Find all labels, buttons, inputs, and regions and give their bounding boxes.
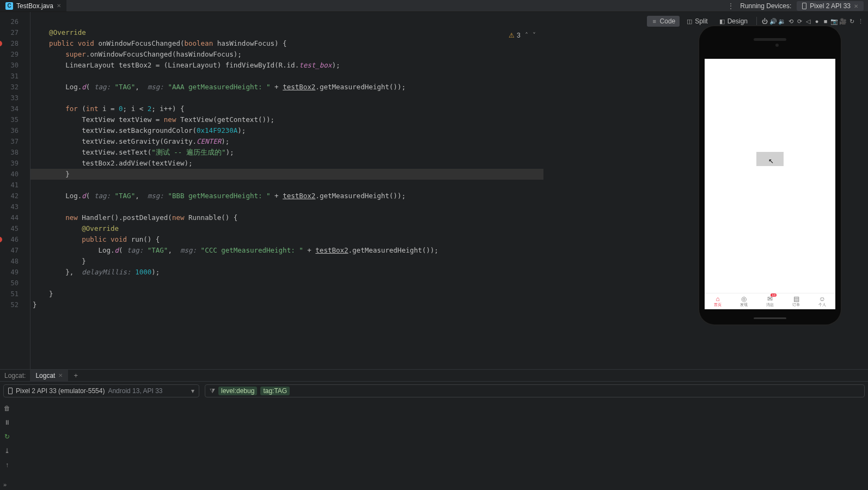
- logcat-output[interactable]: [14, 400, 868, 490]
- refresh-icon[interactable]: ↻: [848, 18, 855, 24]
- overview-icon[interactable]: ■: [822, 18, 829, 24]
- filter-chip-level[interactable]: level:debug: [218, 387, 257, 395]
- home-icon[interactable]: ●: [814, 18, 820, 24]
- close-logcat-tab-icon[interactable]: ✕: [58, 372, 63, 378]
- nav-profile-label: 个人: [818, 302, 826, 308]
- restart-log-icon[interactable]: ↻: [2, 432, 12, 442]
- top-right-status: ⋮ Running Devices: Pixel 2 API 33 ✕: [727, 0, 864, 12]
- cursor-icon: ↖: [768, 157, 774, 165]
- logcat-device-select[interactable]: Pixel 2 API 33 (emulator-5554) Android 1…: [3, 384, 199, 397]
- volume-down-icon[interactable]: 🔉: [779, 18, 785, 24]
- layout-code-tab[interactable]: ≡ Code: [647, 16, 680, 27]
- logcat-filter-input[interactable]: ⧩ level:debug tag:TAG: [205, 384, 865, 397]
- pause-log-icon[interactable]: ⏸: [2, 418, 12, 427]
- code-icon: ≡: [651, 18, 658, 24]
- nav-discover[interactable]: ◎发现: [731, 293, 757, 309]
- device-chip-label: Pixel 2 API 33: [810, 2, 851, 10]
- phone-icon: [8, 388, 13, 394]
- emulator-view[interactable]: ↖ ⌂首页 ◎发现 10✉消息 ▤订单 ☺个人: [699, 26, 841, 324]
- file-tab-testbox[interactable]: C TestBox.java ✕: [0, 0, 66, 11]
- nav-msg[interactable]: 10✉消息: [757, 293, 783, 309]
- line-gutter: 2627282930313233343536373839404142434445…: [0, 12, 23, 369]
- close-tab-icon[interactable]: ✕: [57, 3, 61, 9]
- split-icon: ◫: [686, 18, 693, 24]
- phone-screen[interactable]: ↖ ⌂首页 ◎发现 10✉消息 ▤订单 ☺个人: [705, 59, 835, 309]
- code-area[interactable]: @Override public void onWindowFocusChang…: [30, 12, 543, 369]
- gesture-bar: [754, 317, 786, 319]
- nav-home[interactable]: ⌂首页: [705, 293, 731, 309]
- add-logcat-tab-icon[interactable]: +: [68, 371, 83, 379]
- profile-nav-icon: ☺: [819, 296, 826, 302]
- logcat-tab[interactable]: Logcat ✕: [30, 370, 68, 381]
- device-chip-close[interactable]: ✕: [854, 3, 858, 9]
- tool-window-expand-icon[interactable]: »: [3, 481, 7, 488]
- logcat-device-sub: Android 13, API 33: [108, 387, 162, 395]
- nav-msg-label: 消息: [766, 302, 774, 308]
- logcat-tab-title: Logcat: [35, 372, 55, 379]
- code-editor[interactable]: 2627282930313233343536373839404142434445…: [0, 12, 543, 369]
- phone-frame: ↖ ⌂首页 ◎发现 10✉消息 ▤订单 ☺个人: [699, 26, 841, 324]
- rotate-right-icon[interactable]: ⟳: [796, 18, 803, 24]
- layout-design-tab[interactable]: ◧ Design: [714, 16, 752, 27]
- scroll-end-icon[interactable]: ⤓: [2, 446, 12, 456]
- device-chip[interactable]: Pixel 2 API 33 ✕: [797, 1, 864, 11]
- home-nav-icon: ⌂: [716, 296, 719, 302]
- nav-profile[interactable]: ☺个人: [809, 293, 835, 309]
- filter-chip-tag[interactable]: tag:TAG: [260, 387, 290, 395]
- power-icon[interactable]: ⏻: [761, 18, 768, 24]
- dropdown-icon: ▾: [191, 387, 194, 395]
- logcat-tab-bar: Logcat: Logcat ✕ +: [0, 370, 868, 382]
- more-icon[interactable]: ⋮: [727, 2, 735, 10]
- clear-log-icon[interactable]: 🗑: [2, 403, 12, 413]
- discover-nav-icon: ◎: [741, 296, 747, 302]
- app-bottom-nav: ⌂首页 ◎发现 10✉消息 ▤订单 ☺个人: [705, 293, 835, 309]
- logcat-filter-row: Pixel 2 API 33 (emulator-5554) Android 1…: [0, 382, 868, 400]
- running-devices-label: Running Devices:: [740, 2, 791, 10]
- logcat-side-toolbar: 🗑 ⏸ ↻ ⤓ ↑: [0, 400, 14, 490]
- volume-up-icon[interactable]: 🔊: [770, 18, 777, 24]
- msg-badge: 10: [771, 293, 777, 297]
- design-icon: ◧: [719, 18, 725, 24]
- phone-icon: [802, 3, 806, 9]
- speaker-icon: [754, 38, 786, 41]
- nav-order-label: 订单: [792, 302, 800, 308]
- filter-icon: ⧩: [210, 387, 215, 395]
- scroll-top-icon[interactable]: ↑: [2, 460, 12, 470]
- logcat-label: Logcat:: [0, 372, 30, 379]
- fold-strip: [23, 12, 30, 369]
- nav-order[interactable]: ▤订单: [783, 293, 809, 309]
- order-nav-icon: ▤: [793, 296, 799, 302]
- camera-icon: [775, 44, 779, 47]
- layout-code-label: Code: [660, 17, 676, 25]
- record-icon[interactable]: 🎥: [840, 18, 846, 24]
- file-tab-label: TestBox.java: [16, 2, 53, 10]
- layout-design-label: Design: [728, 17, 748, 25]
- kebab-icon[interactable]: ⋮: [857, 18, 864, 24]
- back-icon[interactable]: ◁: [805, 18, 811, 24]
- rotate-left-icon[interactable]: ⟲: [787, 18, 794, 24]
- screenshot-icon[interactable]: 📷: [831, 18, 838, 24]
- nav-home-label: 首页: [714, 302, 722, 308]
- layout-split-label: Split: [695, 17, 707, 25]
- logcat-panel: Logcat: Logcat ✕ + Pixel 2 API 33 (emula…: [0, 369, 868, 490]
- layout-split-tab[interactable]: ◫ Split: [682, 16, 712, 27]
- logcat-device-name: Pixel 2 API 33 (emulator-5554): [16, 387, 105, 395]
- java-file-icon: C: [5, 2, 13, 10]
- nav-discover-label: 发现: [740, 302, 748, 308]
